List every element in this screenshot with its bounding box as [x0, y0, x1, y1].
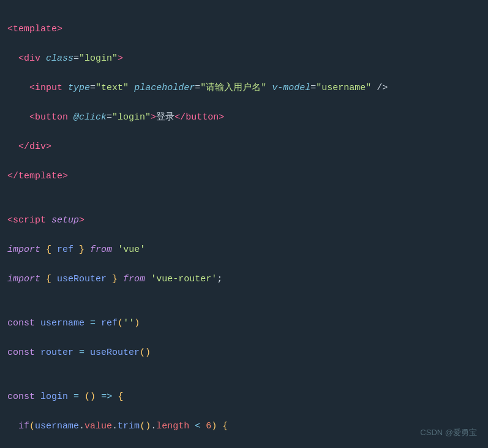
watermark-text: CSDN @爱勇宝: [420, 427, 477, 439]
line-5: </div>: [7, 140, 478, 154]
line-13: const router = useRouter(): [7, 346, 478, 360]
line-3: <input type="text" placeholder="请输入用户名" …: [7, 81, 478, 96]
line-1: <template>: [7, 22, 478, 37]
line-10: import { useRouter } from 'vue-router';: [7, 272, 478, 287]
line-12: const username = ref(''): [7, 316, 478, 331]
line-16: if(username.value.trim().length < 6) {: [7, 419, 478, 434]
line-4: <button @click="login">登录</button>: [7, 110, 478, 125]
line-9: import { ref } from 'vue': [7, 243, 478, 257]
line-15: const login = () => {: [7, 390, 478, 404]
line-6: </template>: [7, 169, 478, 184]
line-2: <div class="login">: [7, 51, 478, 66]
code-editor: <template> <div class="login"> <input ty…: [7, 7, 478, 448]
line-8: <script setup>: [7, 213, 478, 228]
